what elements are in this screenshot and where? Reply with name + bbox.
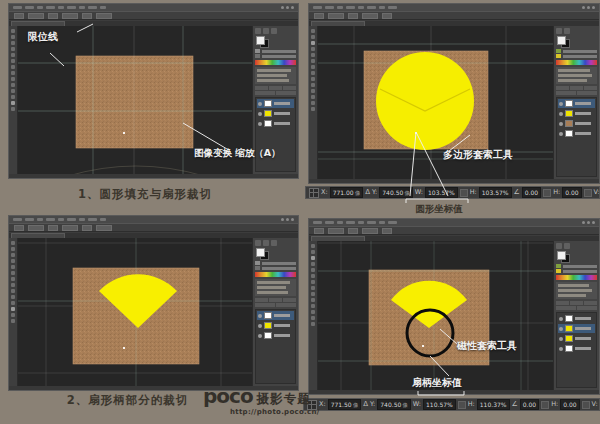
layer-visibility-icon[interactable] [258,324,262,328]
tool-button[interactable] [11,283,15,287]
tool-button[interactable] [11,247,15,251]
layer-row[interactable] [558,334,595,343]
menu-item[interactable] [379,6,385,9]
menu-item[interactable] [367,221,376,224]
layer-visibility-icon[interactable] [258,122,262,126]
panel-control[interactable] [276,91,296,95]
layer-visibility-icon[interactable] [559,122,563,126]
h-skew-field[interactable]: 0.00 [560,399,579,410]
tool-button[interactable] [311,280,315,284]
option-control[interactable] [28,225,44,231]
tool-button[interactable] [311,107,315,111]
option-control[interactable] [382,13,392,19]
menu-item[interactable] [346,221,355,224]
tool-button[interactable] [311,286,315,290]
tool-button-active[interactable] [11,101,15,105]
option-control[interactable] [82,13,92,19]
layer-row-selected[interactable] [257,311,294,320]
panel-tab[interactable] [584,86,597,90]
menu-item[interactable] [37,6,43,9]
width-value-field[interactable]: 110.57% [423,399,456,410]
link-dimensions-icon[interactable] [458,401,466,409]
tool-button[interactable] [11,259,15,263]
panel-icon[interactable] [271,28,277,34]
panel-icon[interactable] [255,28,261,34]
tool-button[interactable] [11,253,15,257]
layer-visibility-icon[interactable] [258,112,262,116]
canvas-area[interactable] [318,26,553,179]
layer-visibility-icon[interactable] [258,314,262,318]
option-control[interactable] [14,13,24,19]
menu-item[interactable] [313,6,322,9]
menu-item[interactable] [25,6,34,9]
menu-item[interactable] [388,6,397,9]
option-control[interactable] [328,228,344,234]
tool-button[interactable] [311,304,315,308]
panel-icon[interactable] [255,240,261,246]
tool-button[interactable] [11,319,15,323]
h-skew-field[interactable]: 0.00 [562,187,581,198]
option-control[interactable] [362,13,378,19]
canvas-area[interactable] [18,238,252,386]
link-dimensions-icon[interactable] [460,189,468,197]
foreground-color-swatch[interactable] [256,248,265,257]
menu-item[interactable] [100,218,106,221]
tool-button[interactable] [311,274,315,278]
menu-item[interactable] [325,6,334,9]
height-value-field[interactable]: 103.57% [479,187,512,198]
tool-button[interactable] [11,41,15,45]
menu-item[interactable] [88,6,97,9]
layer-row[interactable] [257,321,294,330]
tool-button-active[interactable] [311,256,315,260]
option-control[interactable] [382,228,392,234]
tool-button[interactable] [11,29,15,33]
layer-visibility-icon[interactable] [559,337,563,341]
layer-visibility-icon[interactable] [559,132,563,136]
option-control[interactable] [28,13,44,19]
panel-control[interactable] [276,303,296,307]
tool-button[interactable] [11,89,15,93]
window-controls[interactable] [582,6,595,9]
panel-tab[interactable] [570,301,583,305]
option-control[interactable] [82,225,92,231]
option-control[interactable] [14,225,24,231]
x-value-field[interactable]: 771.00像 [330,187,364,198]
tool-button[interactable] [311,65,315,69]
tool-button[interactable] [311,53,315,57]
color-picker[interactable] [556,251,597,262]
layer-row[interactable] [257,109,294,118]
option-control[interactable] [328,13,344,19]
tool-button[interactable] [311,47,315,51]
menu-item[interactable] [46,6,55,9]
menu-item[interactable] [13,218,22,221]
tool-button[interactable] [311,95,315,99]
option-control[interactable] [362,228,378,234]
tool-button[interactable] [311,89,315,93]
tool-button[interactable] [11,95,15,99]
option-control[interactable] [62,225,78,231]
toolbar-button[interactable] [541,401,549,409]
tool-button[interactable] [11,289,15,293]
menu-item[interactable] [25,218,34,221]
menu-item[interactable] [37,218,43,221]
layer-row[interactable] [558,109,595,118]
tool-button[interactable] [311,83,315,87]
menu-item[interactable] [79,218,85,221]
menu-item[interactable] [46,218,55,221]
tool-button[interactable] [311,310,315,314]
color-picker[interactable] [255,36,296,47]
tool-button[interactable] [11,265,15,269]
tool-button[interactable] [11,77,15,81]
color-spectrum-strip[interactable] [255,272,296,277]
window-controls[interactable] [582,221,595,224]
panel-control[interactable] [255,91,275,95]
panel-tab[interactable] [570,86,583,90]
option-control[interactable] [62,13,78,19]
window-controls[interactable] [281,218,294,221]
panel-icon[interactable] [556,28,562,34]
tool-button[interactable] [11,53,15,57]
layer-visibility-icon[interactable] [559,102,563,106]
layer-row[interactable] [558,119,595,128]
toolbar-button[interactable] [584,189,592,197]
option-control[interactable] [314,228,324,234]
